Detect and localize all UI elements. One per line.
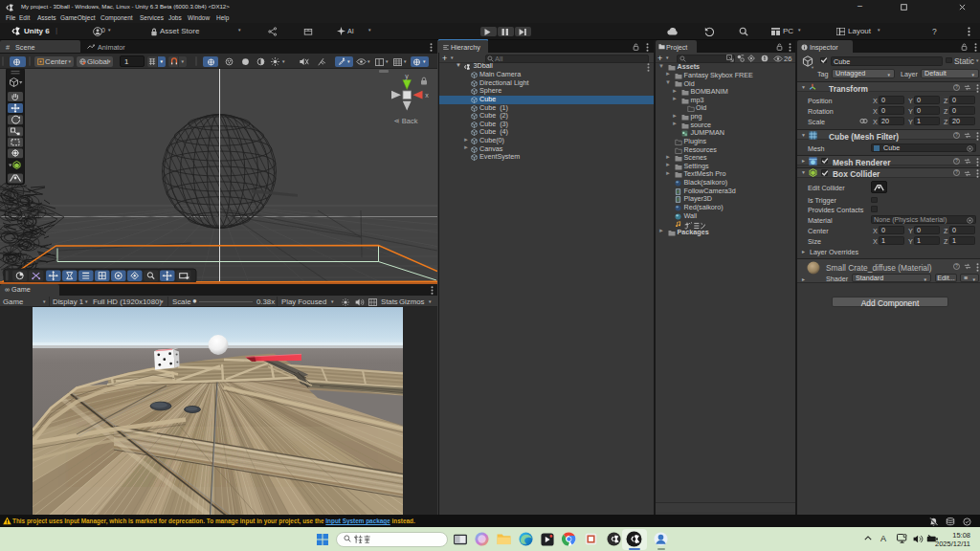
svg-text:?: ? [955, 159, 958, 164]
svg-text:?: ? [955, 85, 958, 90]
svg-text:?: ? [955, 264, 958, 269]
svg-text:y: y [405, 73, 409, 80]
svg-text:x: x [425, 92, 429, 99]
svg-text:?: ? [955, 170, 958, 175]
svg-text:?: ? [955, 133, 958, 138]
svg-text:⋖ Back: ⋖ Back [393, 117, 417, 125]
